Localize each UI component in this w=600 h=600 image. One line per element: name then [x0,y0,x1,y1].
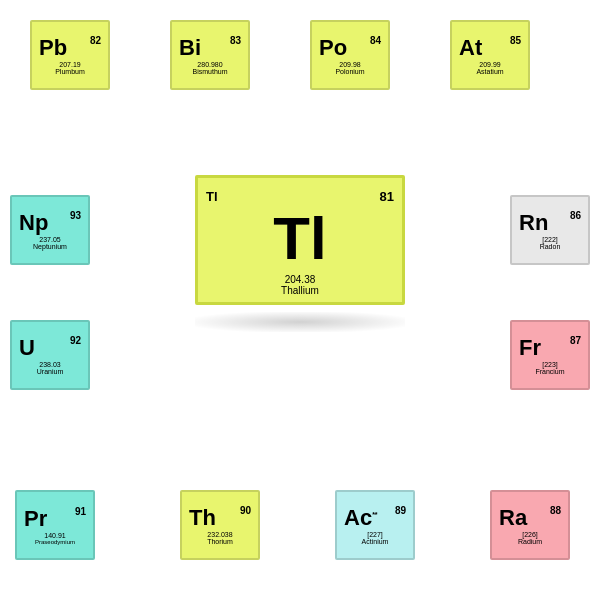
u-mass: 238.03 [39,361,60,368]
bi-mass: 280.980 [197,61,222,68]
at-number: 85 [510,35,521,61]
rn-symbol: Rn [519,210,548,236]
fr-name: Francium [535,368,564,375]
pb-symbol: Pb [39,35,67,61]
tl-name: Thallium [281,285,319,296]
ra-mass: [226] [522,531,538,538]
th-name: Thorium [207,538,233,545]
element-fr: Fr 87 [223] Francium [510,320,590,390]
element-u: U 92 238.03 Uranium [10,320,90,390]
u-number: 92 [70,335,81,361]
ac-mass: [227] [367,531,383,538]
element-at: At 85 209.99 Astatium [450,20,530,90]
element-bi: Bi 83 280.980 Bismuthum [170,20,250,90]
po-number: 84 [370,35,381,61]
bi-symbol: Bi [179,35,201,61]
element-po: Po 84 209.98 Polonium [310,20,390,90]
periodic-table-display: Pb 82 207.19 Plumbum Bi 83 280.980 Bismu… [0,0,600,600]
tl-symbol: Tl [273,209,326,269]
rn-name: Radon [540,243,561,250]
ra-symbol: Ra [499,505,527,531]
pr-symbol: Pr [24,506,47,532]
np-number: 93 [70,210,81,236]
ac-number: 89 [395,505,406,531]
element-ac: Ac** 89 [227] Actinium [335,490,415,560]
po-symbol: Po [319,35,347,61]
fr-mass: [223] [542,361,558,368]
th-symbol: Th [189,505,216,531]
at-symbol: At [459,35,482,61]
at-mass: 209.99 [479,61,500,68]
tl-mass: 204.38 [285,274,316,285]
u-symbol: U [19,335,35,361]
pb-mass: 207.19 [59,61,80,68]
element-th: Th 90 232.038 Thorium [180,490,260,560]
th-number: 90 [240,505,251,531]
ra-number: 88 [550,505,561,531]
at-name: Astatium [476,68,503,75]
pr-number: 91 [75,506,86,532]
element-pr: Pr 91 140.91 Praseodymium [15,490,95,560]
element-rn: Rn 86 [222] Radon [510,195,590,265]
element-tl-featured: Tl 81 Tl 204.38 Thallium [195,175,405,305]
po-name: Polonium [335,68,364,75]
tl-side-number: Tl [206,189,218,204]
bi-name: Bismuthum [192,68,227,75]
tl-atomic-number: 81 [380,189,394,204]
element-ra: Ra 88 [226] Radium [490,490,570,560]
pb-name: Plumbum [55,68,85,75]
rn-number: 86 [570,210,581,236]
u-name: Uranium [37,368,63,375]
fr-number: 87 [570,335,581,361]
np-name: Neptunium [33,243,67,250]
np-symbol: Np [19,210,48,236]
bi-number: 83 [230,35,241,61]
ac-symbol: Ac** [344,505,378,531]
ra-name: Radium [518,538,542,545]
ac-superscript: ** [372,511,377,518]
element-np: Np 93 237.05 Neptunium [10,195,90,265]
rn-mass: [222] [542,236,558,243]
np-mass: 237.05 [39,236,60,243]
element-pb: Pb 82 207.19 Plumbum [30,20,110,90]
ac-name: Actinium [362,538,389,545]
pb-number: 82 [90,35,101,61]
pr-mass: 140.91 [44,532,65,539]
fr-symbol: Fr [519,335,541,361]
tl-shadow [195,312,405,332]
th-mass: 232.038 [207,531,232,538]
po-mass: 209.98 [339,61,360,68]
pr-name: Praseodymium [35,539,75,545]
